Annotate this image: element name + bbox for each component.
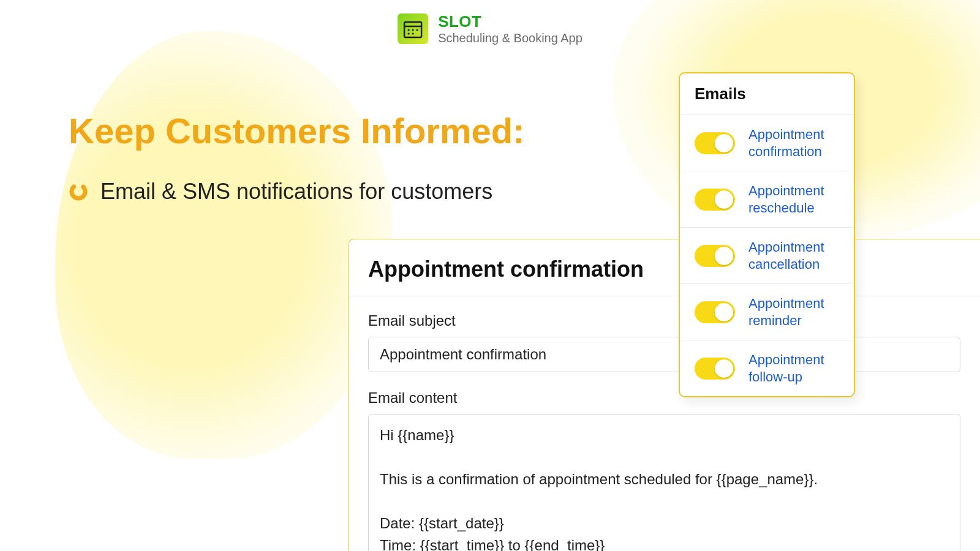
appointment-confirmation-panel: Appointment confirmation Email subject E… <box>348 239 980 551</box>
emails-panel: Emails Appointment confirmation Appointm… <box>679 72 855 397</box>
toggle-follow-up[interactable] <box>695 358 735 380</box>
svg-point-7 <box>69 182 88 201</box>
confirmation-body: Email subject Email content Hi {{name}} … <box>349 296 980 551</box>
bullet-text: Email & SMS notifications for customers <box>100 179 492 204</box>
toggle-reminder[interactable] <box>695 301 735 323</box>
svg-point-5 <box>408 32 410 34</box>
emails-panel-title: Emails <box>680 73 854 114</box>
svg-point-6 <box>412 32 414 34</box>
email-link-confirmation[interactable]: Appointment confirmation <box>748 126 839 160</box>
email-link-cancellation[interactable]: Appointment cancellation <box>748 239 839 272</box>
email-link-reminder[interactable]: Appointment reminder <box>748 295 839 329</box>
toggle-cancellation[interactable] <box>695 245 735 267</box>
background-blob-left <box>55 31 392 459</box>
brand-text: SLOT Scheduling & Booking App <box>438 12 582 45</box>
email-link-reschedule[interactable]: Appointment reschedule <box>748 182 839 216</box>
bullet-row: Email & SMS notifications for customers <box>69 179 492 204</box>
email-content-input[interactable]: Hi {{name}} This is a confirmation of ap… <box>368 414 960 551</box>
svg-point-4 <box>417 29 418 31</box>
brand-subtitle: Scheduling & Booking App <box>438 31 582 45</box>
email-item-cancellation: Appointment cancellation <box>680 227 854 283</box>
svg-point-2 <box>408 29 410 31</box>
toggle-reschedule[interactable] <box>695 189 735 211</box>
email-item-follow-up: Appointment follow-up <box>680 340 854 396</box>
email-subject-label: Email subject <box>368 312 960 329</box>
email-item-confirmation: Appointment confirmation <box>680 114 854 171</box>
calendar-icon <box>402 18 423 39</box>
logo-box <box>398 13 428 44</box>
brand-name: SLOT <box>438 12 582 31</box>
confirmation-title: Appointment confirmation <box>349 239 980 296</box>
email-link-follow-up[interactable]: Appointment follow-up <box>748 351 839 385</box>
header: SLOT Scheduling & Booking App <box>398 12 582 45</box>
email-item-reschedule: Appointment reschedule <box>680 171 854 227</box>
email-content-label: Email content <box>368 389 960 407</box>
email-subject-input[interactable] <box>368 337 960 372</box>
toggle-confirmation[interactable] <box>695 132 735 154</box>
page-heading: Keep Customers Informed: <box>69 110 524 151</box>
svg-point-3 <box>412 29 414 31</box>
email-item-reminder: Appointment reminder <box>680 283 854 340</box>
bullet-ring-icon <box>69 182 88 201</box>
